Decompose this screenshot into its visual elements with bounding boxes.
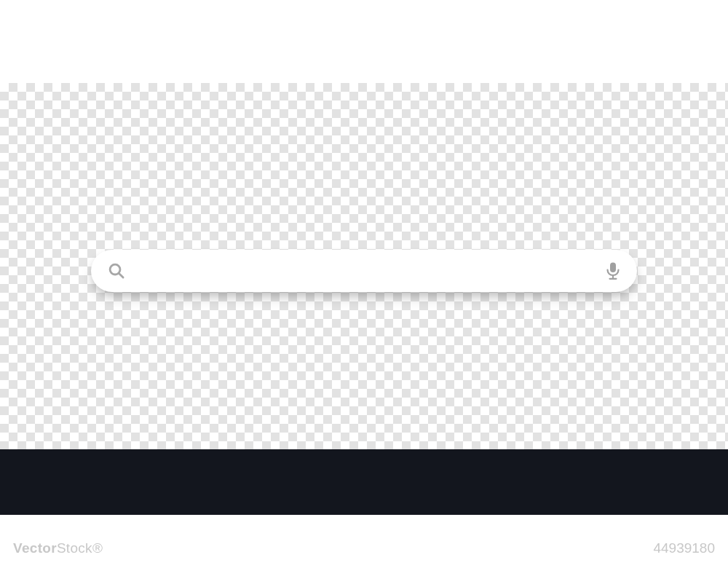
watermark-brand: VectorStock® bbox=[13, 540, 103, 556]
white-margin-bottom bbox=[0, 515, 728, 568]
dark-bottom-strip bbox=[0, 449, 728, 515]
white-margin-top bbox=[0, 0, 728, 83]
search-bar[interactable] bbox=[91, 250, 637, 292]
watermark-brand-suffix: ® bbox=[92, 540, 103, 556]
search-icon[interactable] bbox=[107, 261, 136, 280]
search-input[interactable] bbox=[136, 264, 595, 279]
svg-line-1 bbox=[119, 273, 123, 277]
watermark-brand-light: Stock bbox=[57, 540, 92, 556]
watermark-brand-bold: Vector bbox=[13, 540, 57, 556]
svg-rect-2 bbox=[610, 263, 616, 273]
microphone-icon[interactable] bbox=[595, 261, 621, 280]
watermark-image-id: 44939180 bbox=[653, 540, 715, 556]
